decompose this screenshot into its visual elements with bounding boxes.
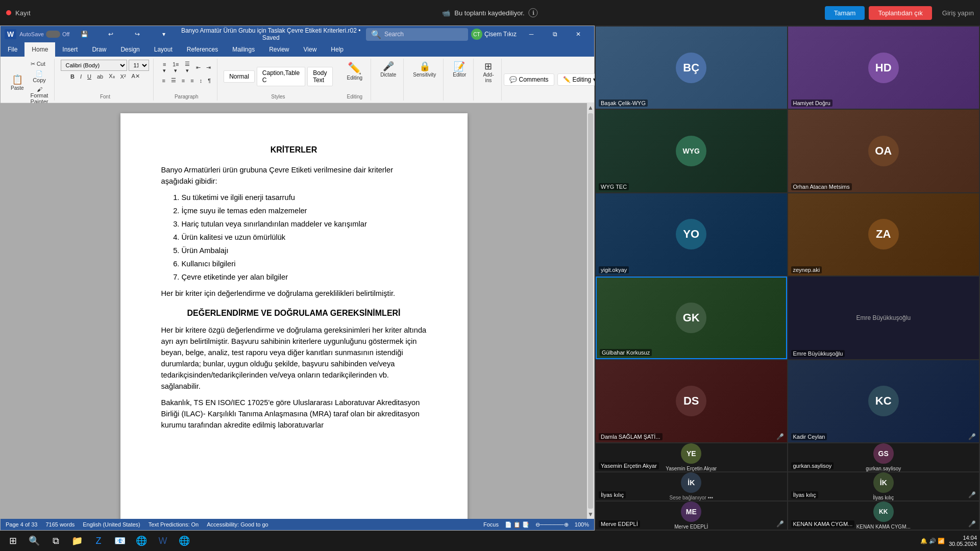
scroll-thumb[interactable]: [588, 113, 593, 509]
style-caption[interactable]: Caption,Table C: [257, 67, 305, 86]
underline-button[interactable]: U: [85, 72, 93, 81]
tab-file[interactable]: File: [1, 42, 24, 57]
bullet-list-button[interactable]: ≡ ▾: [160, 60, 168, 75]
save-button[interactable]: 💾: [72, 26, 96, 42]
addins-button[interactable]: ⊞ Add-ins: [480, 60, 497, 85]
word-statusbar: Page 4 of 33 7165 words English (United …: [1, 519, 594, 530]
superscript-button[interactable]: X²: [118, 72, 128, 81]
zoom-taskbar-button[interactable]: Z: [89, 531, 108, 550]
list-item: Çevre etiketinde yer alan bilgiler: [182, 271, 427, 283]
cut-button[interactable]: ✂ Cut: [29, 60, 51, 68]
word-document-page[interactable]: KRİTERLER Banyo Armatürleri ürün grubuna…: [1, 103, 587, 519]
mic-muted-icon-15: 🎤: [776, 520, 784, 528]
copy-button[interactable]: 📄 Copy: [29, 69, 51, 84]
outlook-button[interactable]: 📧: [110, 531, 130, 550]
tab-design[interactable]: Design: [113, 42, 146, 57]
tab-view[interactable]: View: [297, 42, 324, 57]
font-family-selector[interactable]: Calibri (Body): [61, 60, 127, 71]
ie-button[interactable]: 🌐: [175, 531, 194, 550]
paste-button[interactable]: 📋 Paste: [8, 73, 27, 93]
zoom-level: 100%: [575, 521, 589, 528]
tab-review[interactable]: Review: [262, 42, 296, 57]
align-right-button[interactable]: ≡: [180, 77, 187, 85]
task-view-button[interactable]: ⧉: [46, 531, 65, 550]
main-layout: W AutoSave Off 💾 ↩ ↪ ▾ Banyo Armatür Ürü…: [0, 26, 980, 531]
participant-name-3: WYG TEC: [599, 183, 629, 190]
bold-button[interactable]: B: [68, 72, 77, 81]
italic-button[interactable]: I: [78, 72, 84, 81]
increase-indent-button[interactable]: ⇥: [204, 63, 213, 72]
autosave-state: Off: [62, 31, 69, 37]
restore-button[interactable]: ⧉: [543, 26, 567, 42]
tab-help[interactable]: Help: [324, 42, 351, 57]
redo-button[interactable]: ↪: [126, 26, 149, 42]
taskbar-system-icons: 🔔 🔊 📶: [920, 538, 945, 544]
search-taskbar-button[interactable]: 🔍: [24, 531, 44, 550]
line-spacing-button[interactable]: ↕: [198, 77, 205, 85]
style-normal[interactable]: Normal: [224, 70, 255, 83]
align-center-button[interactable]: ☰: [169, 76, 178, 85]
editing-button[interactable]: ✏️ Editing: [343, 60, 367, 83]
explorer-button[interactable]: 📁: [67, 531, 87, 550]
leave-meeting-button[interactable]: Toplantıdan çık: [869, 6, 932, 20]
tab-insert[interactable]: Insert: [55, 42, 85, 57]
word-taskbar-button[interactable]: W: [153, 531, 173, 550]
font-size-selector[interactable]: 11: [129, 60, 149, 71]
sensitivity-icon: 🔒: [419, 62, 430, 71]
decrease-indent-button[interactable]: ⇤: [194, 63, 203, 72]
autosave-toggle[interactable]: [46, 31, 60, 38]
zoom-slider[interactable]: ⊖──────⊕: [535, 521, 569, 528]
word-scrollbar[interactable]: ▲ ▼: [587, 103, 594, 519]
sensitivity-button[interactable]: 🔒 Sensitivity: [410, 60, 439, 80]
doc-para-4: Bakanlık, TS EN ISO/IEC 17025'e göre Ulu…: [161, 397, 427, 431]
tab-references[interactable]: References: [180, 42, 225, 57]
chrome-button[interactable]: 🌐: [132, 531, 151, 550]
participant-name-15: Merve EDEPLİ: [599, 520, 640, 528]
tab-draw[interactable]: Draw: [85, 42, 113, 57]
scroll-up-button[interactable]: ▲: [586, 103, 594, 112]
comments-button[interactable]: 💬 Comments: [504, 73, 554, 86]
tab-mailings[interactable]: Mailings: [225, 42, 262, 57]
participant-name-9: Damla SAĞLAM ŞATİ...: [599, 433, 663, 440]
participant-tile-2: HD Hamiyet Doğru: [788, 27, 979, 109]
info-icon[interactable]: ℹ: [529, 8, 538, 17]
participant-name-2: Hamiyet Doğru: [791, 99, 832, 107]
strikethrough-button[interactable]: ab: [95, 72, 105, 81]
close-button[interactable]: ✕: [567, 26, 590, 42]
dictate-button[interactable]: 🎤 Dictate: [377, 60, 399, 80]
search-icon: 🔍: [371, 30, 381, 39]
customize-button[interactable]: ▾: [152, 26, 176, 42]
status-accessibility: Accessibility: Good to go: [207, 521, 268, 528]
doc-para-2: Her bir kriter için değerlendirme ve doğ…: [161, 288, 427, 299]
search-placeholder: Search: [384, 31, 404, 38]
participant-tile-10: KC Kadir Ceylan 🎤: [788, 360, 979, 442]
numbered-list-button[interactable]: 1≡ ▾: [170, 60, 181, 75]
undo-button[interactable]: ↩: [99, 26, 122, 42]
word-search-bar[interactable]: 🔍 Search: [366, 28, 468, 41]
style-body-text[interactable]: Body Text: [307, 67, 332, 86]
tamam-button[interactable]: Tamam: [825, 6, 865, 20]
participant-name-13: İlyas kılıç: [599, 491, 626, 498]
multilevel-list-button[interactable]: ☰ ▾: [183, 60, 192, 75]
align-left-button[interactable]: ≡: [160, 77, 167, 85]
tab-home[interactable]: Home: [24, 42, 55, 57]
format-painter-button[interactable]: 🖌 Format Painter: [29, 85, 51, 106]
subscript-button[interactable]: X₂: [107, 72, 116, 81]
justify-button[interactable]: ≡: [188, 77, 195, 85]
signin-label[interactable]: Giriş yapın: [942, 9, 974, 17]
status-language: English (United States): [83, 521, 140, 528]
participant-display-name-11: Yasemin Erçetin Akyar: [666, 466, 717, 471]
doc-para-3: Her bir kritere özgü değerlendirme ve do…: [161, 324, 427, 392]
show-marks-button[interactable]: ¶: [206, 77, 213, 85]
font-group: Calibri (Body) 11 B I U ab X₂ X² A✕: [57, 59, 154, 101]
status-focus[interactable]: Focus: [483, 521, 499, 528]
tab-layout[interactable]: Layout: [147, 42, 180, 57]
minimize-button[interactable]: ─: [520, 26, 543, 42]
editor-button[interactable]: 📝 Editor: [450, 60, 469, 80]
clear-format-button[interactable]: A✕: [130, 72, 142, 81]
word-titlebar: W AutoSave Off 💾 ↩ ↪ ▾ Banyo Armatür Ürü…: [1, 26, 594, 42]
dictate-group: 🎤 Dictate: [373, 59, 404, 101]
scroll-down-button[interactable]: ▼: [586, 510, 594, 519]
zoom-participants-panel: BÇ Başak Çelik-WYG HD Hamiyet Doğru WYG …: [595, 26, 980, 531]
start-button[interactable]: ⊞: [3, 531, 22, 550]
